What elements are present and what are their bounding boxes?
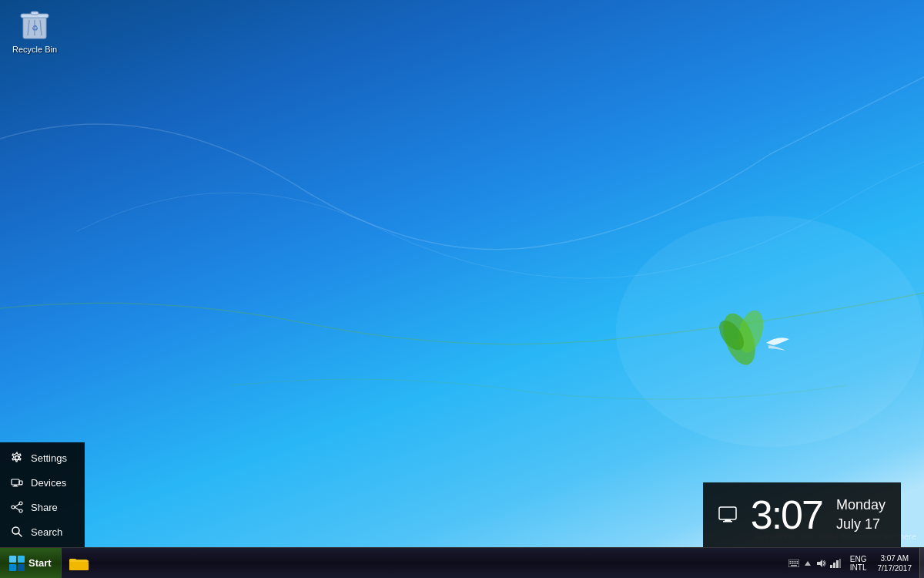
svg-rect-37: [796, 563, 798, 564]
svg-line-23: [15, 504, 19, 507]
devices-icon: [11, 476, 23, 489]
svg-line-26: [18, 533, 22, 536]
share-icon: [11, 501, 23, 513]
gear-icon: [11, 452, 23, 464]
svg-rect-41: [830, 565, 832, 568]
start-label: Start: [28, 557, 52, 569]
svg-rect-31: [792, 561, 793, 563]
desktop: ♻ Recycle Bin Evaluation copy. Build des…: [0, 0, 924, 578]
windows-logo-icon: [9, 556, 25, 571]
taskbar: Start: [0, 547, 924, 578]
clock-day: Monday: [836, 496, 886, 515]
clock-date: Monday July 17: [836, 496, 886, 534]
svg-rect-30: [789, 561, 791, 563]
start-menu-item-search[interactable]: Search: [0, 519, 85, 544]
svg-rect-6: [31, 12, 38, 15]
svg-rect-35: [792, 563, 793, 564]
recycle-bin-graphic: ♻: [19, 8, 50, 42]
show-hidden-icons-button[interactable]: [802, 558, 813, 569]
time-date-display[interactable]: 3:07 AM 7/17/2017: [872, 553, 919, 573]
search-label: Search: [31, 526, 62, 538]
start-menu-item-settings[interactable]: Settings: [0, 445, 85, 470]
svg-rect-17: [13, 486, 18, 487]
svg-point-22: [12, 506, 15, 509]
recycle-bin-label: Recycle Bin: [12, 45, 57, 55]
language-indicator[interactable]: ENG INTL: [847, 555, 870, 572]
start-menu: Settings Devices Share: [0, 442, 85, 547]
svg-marker-39: [805, 561, 811, 566]
svg-marker-40: [817, 560, 822, 567]
svg-rect-11: [719, 507, 736, 519]
clock-time: 3:07: [751, 495, 822, 535]
tray-time: 3:07 AM: [880, 553, 909, 563]
show-desktop-button[interactable]: [919, 548, 924, 579]
taskbar-file-explorer-button[interactable]: [62, 548, 95, 579]
svg-rect-15: [12, 479, 19, 485]
svg-text:♻: ♻: [32, 24, 38, 32]
keyboard-icon: [788, 558, 799, 569]
svg-point-2: [734, 307, 767, 355]
svg-line-24: [15, 507, 19, 510]
svg-point-0: [616, 216, 924, 447]
svg-rect-36: [794, 563, 795, 564]
search-icon: [11, 526, 23, 538]
clock-overlay: 3:07 Monday July 17: [703, 482, 901, 547]
svg-rect-34: [789, 563, 791, 564]
svg-rect-13: [723, 521, 732, 523]
clock-date-text: July 17: [836, 515, 886, 534]
svg-point-1: [717, 309, 762, 369]
svg-rect-32: [794, 561, 795, 563]
tray-date: 7/17/2017: [878, 563, 912, 573]
share-label: Share: [31, 502, 58, 513]
start-button[interactable]: Start: [0, 548, 62, 579]
language-primary: ENG: [850, 555, 867, 563]
svg-rect-38: [791, 565, 797, 566]
svg-rect-12: [725, 519, 731, 521]
start-menu-item-devices[interactable]: Devices: [0, 470, 85, 495]
svg-point-3: [715, 316, 749, 355]
network-icon[interactable]: [830, 558, 841, 569]
svg-point-14: [15, 456, 19, 460]
language-secondary: INTL: [850, 563, 867, 572]
svg-point-21: [19, 509, 22, 512]
settings-label: Settings: [31, 452, 67, 464]
system-tray: ENG INTL 3:07 AM 7/17/2017: [784, 548, 924, 579]
monitor-icon: [718, 506, 737, 523]
tray-icons[interactable]: [784, 558, 845, 569]
svg-rect-43: [836, 560, 839, 568]
svg-point-20: [19, 502, 22, 505]
recycle-bin-icon[interactable]: ♻ Recycle Bin: [8, 8, 62, 55]
svg-rect-16: [14, 485, 17, 486]
start-menu-item-share[interactable]: Share: [0, 495, 85, 519]
svg-rect-42: [833, 563, 835, 568]
svg-rect-33: [796, 561, 798, 563]
svg-rect-28: [69, 562, 89, 570]
svg-rect-44: [839, 559, 841, 568]
volume-icon[interactable]: [816, 558, 827, 569]
devices-label: Devices: [31, 477, 66, 489]
